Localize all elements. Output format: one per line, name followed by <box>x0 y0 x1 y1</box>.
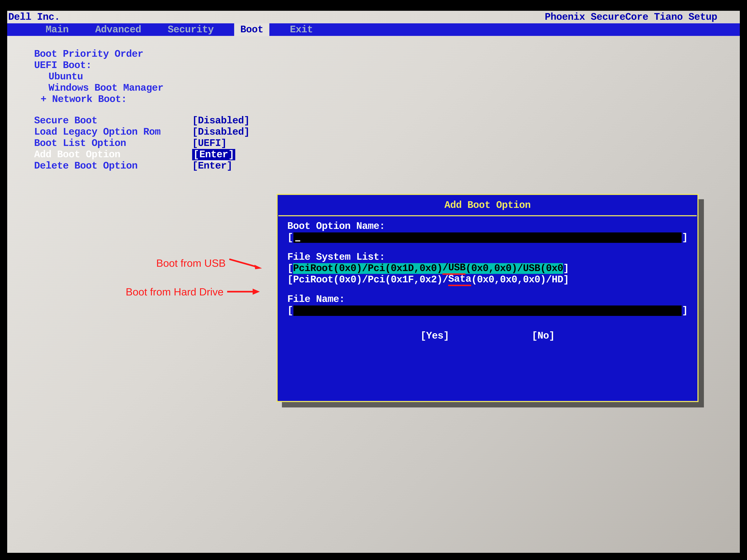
menu-exit[interactable]: Exit <box>284 23 319 36</box>
dialog-no-button[interactable]: [No] <box>532 330 555 342</box>
setting-boot-list-option[interactable]: Boot List Option [UEFI] <box>34 138 740 149</box>
vendor-label: Dell Inc. <box>8 11 60 23</box>
annotation-boot-from-usb: Boot from USB <box>156 257 262 269</box>
dialog-yes-button[interactable]: [Yes] <box>420 330 449 342</box>
annotation-boot-from-hdd: Boot from Hard Drive <box>126 285 260 298</box>
boot-option-name-field[interactable]: [ ] <box>287 232 688 243</box>
dialog-separator <box>278 215 697 216</box>
menu-bar: Main Advanced Security Boot Exit <box>7 23 740 36</box>
add-boot-option-dialog: Add Boot Option Boot Option Name: [ ] Fi… <box>277 194 698 402</box>
arrow-icon <box>226 285 260 298</box>
setting-delete-boot-option[interactable]: Delete Boot Option [Enter] <box>34 160 740 171</box>
menu-security[interactable]: Security <box>162 23 220 36</box>
svg-marker-1 <box>254 265 262 269</box>
file-name-field[interactable]: [ ] <box>287 305 688 316</box>
menu-advanced[interactable]: Advanced <box>89 23 147 36</box>
fs-item-sata[interactable]: [PciRoot(0x0)/Pci(0x1F,0x2)/Sata(0x0,0x0… <box>287 274 688 285</box>
title-bar: Dell Inc. Phoenix SecureCore Tiano Setup <box>7 11 740 23</box>
network-boot-label[interactable]: + Network Boot: <box>41 94 740 105</box>
arrow-icon <box>228 257 262 269</box>
dialog-title: Add Boot Option <box>278 195 697 215</box>
setting-legacy-rom[interactable]: Load Legacy Option Rom [Disabled] <box>34 126 740 138</box>
boot-option-name-label: Boot Option Name: <box>287 220 688 232</box>
file-name-label: File Name: <box>287 294 688 305</box>
setting-secure-boot[interactable]: Secure Boot [Disabled] <box>34 115 740 126</box>
uefi-item-windows[interactable]: Windows Boot Manager <box>49 82 740 94</box>
svg-line-0 <box>229 259 256 267</box>
uefi-item-ubuntu[interactable]: Ubuntu <box>49 71 740 82</box>
menu-main[interactable]: Main <box>40 23 75 36</box>
boot-page: Boot Priority Order UEFI Boot: Ubuntu Wi… <box>7 36 740 171</box>
bios-screen: Dell Inc. Phoenix SecureCore Tiano Setup… <box>7 11 740 553</box>
product-label: Phoenix SecureCore Tiano Setup <box>545 11 717 23</box>
text-cursor <box>295 240 300 241</box>
svg-marker-3 <box>253 289 260 295</box>
file-system-list-label: File System List: <box>287 251 688 263</box>
menu-boot[interactable]: Boot <box>234 23 269 36</box>
boot-priority-heading: Boot Priority Order <box>34 49 740 60</box>
fs-item-usb[interactable]: [PciRoot(0x0)/Pci(0x1D,0x0)/USB(0x0,0x0)… <box>287 263 688 274</box>
setting-add-boot-option[interactable]: Add Boot Option [Enter] <box>34 149 740 160</box>
uefi-boot-label: UEFI Boot: <box>34 60 740 71</box>
